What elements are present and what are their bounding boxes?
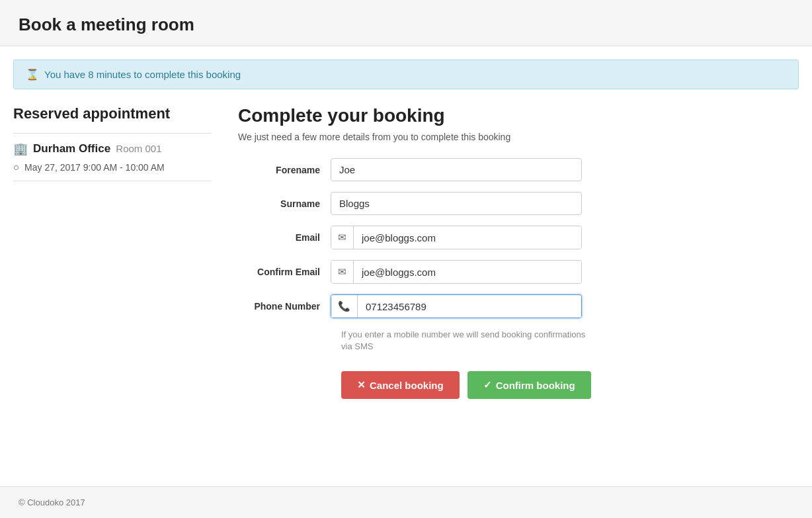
phone-input-wrapper: 📞	[331, 294, 582, 318]
cancel-icon: ✕	[357, 379, 366, 391]
forename-row: Forename	[238, 158, 799, 181]
email-label: Email	[238, 232, 331, 243]
page-title: Book a meeting room	[19, 15, 793, 35]
confirm-label: Confirm booking	[496, 380, 575, 391]
complete-booking-heading: Complete your booking	[238, 105, 799, 126]
appointment-time: May 27, 2017 9:00 AM - 10:00 AM	[24, 162, 165, 173]
phone-icon: 📞	[331, 295, 358, 318]
cancel-booking-button[interactable]: ✕ Cancel booking	[341, 371, 460, 399]
timer-icon: ⌛	[26, 68, 39, 81]
confirm-email-input[interactable]	[354, 261, 581, 283]
page-header: Book a meeting room	[0, 0, 812, 46]
clock-icon: ○	[13, 161, 19, 173]
button-row: ✕ Cancel booking ✓ Confirm booking	[341, 371, 799, 399]
time-info: ○ May 27, 2017 9:00 AM - 10:00 AM	[13, 161, 212, 173]
confirm-icon: ✓	[483, 379, 492, 391]
phone-input[interactable]	[358, 296, 581, 318]
confirm-email-icon: ✉	[331, 261, 354, 283]
email-row: Email ✉	[238, 226, 799, 249]
phone-label: Phone Number	[238, 301, 331, 312]
email-input-wrapper: ✉	[331, 226, 582, 249]
confirm-email-input-wrapper: ✉	[331, 260, 582, 284]
room-info: 🏢 Durham Office Room 001	[13, 142, 212, 156]
surname-input[interactable]	[331, 192, 582, 215]
left-panel: Reserved appointment 🏢 Durham Office Roo…	[13, 105, 212, 399]
divider-2	[13, 181, 212, 181]
forename-input[interactable]	[331, 158, 582, 181]
room-name: Durham Office	[33, 142, 110, 155]
surname-label: Surname	[238, 198, 331, 209]
email-icon: ✉	[331, 226, 354, 249]
email-input[interactable]	[354, 227, 581, 249]
content-area: Reserved appointment 🏢 Durham Office Roo…	[0, 89, 812, 415]
confirm-email-label: Confirm Email	[238, 267, 331, 277]
surname-row: Surname	[238, 192, 799, 215]
divider-1	[13, 133, 212, 134]
timer-banner: ⌛ You have 8 minutes to complete this bo…	[13, 60, 799, 89]
building-icon: 🏢	[13, 142, 28, 156]
footer-text: © Cloudoko 2017	[19, 497, 85, 507]
form-subtitle: We just need a few more details from you…	[238, 132, 799, 142]
main-content: ⌛ You have 8 minutes to complete this bo…	[0, 46, 812, 486]
reserved-appointment-heading: Reserved appointment	[13, 105, 212, 122]
timer-message: You have 8 minutes to complete this book…	[44, 69, 241, 80]
phone-row: Phone Number 📞	[238, 294, 799, 318]
phone-hint: If you enter a mobile number we will sen…	[341, 329, 592, 353]
forename-label: Forename	[238, 165, 331, 175]
right-panel: Complete your booking We just need a few…	[238, 105, 799, 399]
confirm-booking-button[interactable]: ✓ Confirm booking	[467, 371, 591, 399]
confirm-email-row: Confirm Email ✉	[238, 260, 799, 284]
room-number: Room 001	[116, 143, 161, 154]
page-footer: © Cloudoko 2017	[0, 486, 812, 518]
cancel-label: Cancel booking	[370, 380, 444, 391]
